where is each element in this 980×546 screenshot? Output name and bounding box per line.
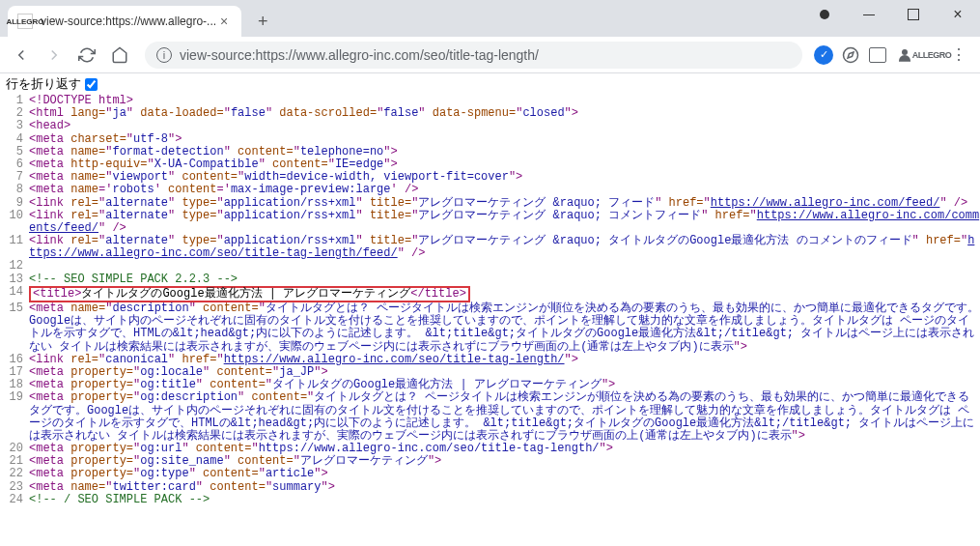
maximize-button[interactable] bbox=[891, 0, 936, 29]
forward-button[interactable] bbox=[41, 42, 68, 69]
svg-marker-1 bbox=[848, 52, 854, 58]
line-code: <link rel="alternate" type="application/… bbox=[29, 235, 980, 260]
line-wrap-label: 行を折り返す bbox=[6, 75, 81, 93]
line-code: <!-- SEO SIMPLE PACK 2.2.3 --> bbox=[29, 273, 980, 286]
line-wrap-control: 行を折り返す bbox=[0, 73, 980, 95]
highlighted-title-tag: <title>タイトルタグのGoogle最適化方法 | アレグロマーケティング<… bbox=[29, 286, 470, 302]
line-number: 3 bbox=[0, 120, 29, 132]
line-number: 23 bbox=[0, 481, 29, 494]
line-number: 11 bbox=[0, 235, 29, 260]
reload-button[interactable] bbox=[73, 42, 100, 69]
new-tab-button[interactable]: + bbox=[249, 8, 276, 35]
close-window-button[interactable]: × bbox=[936, 0, 980, 29]
source-line: 13<!-- SEO SIMPLE PACK 2.2.3 --> bbox=[0, 273, 980, 286]
source-line: 11<link rel="alternate" type="applicatio… bbox=[0, 235, 980, 260]
line-number: 1 bbox=[0, 95, 29, 107]
line-number: 14 bbox=[0, 286, 29, 302]
back-button[interactable] bbox=[8, 42, 35, 69]
svg-point-2 bbox=[902, 49, 908, 55]
line-number: 24 bbox=[0, 494, 29, 506]
toolbar: i view-source:https://www.allegro-inc.co… bbox=[0, 37, 980, 73]
line-wrap-checkbox[interactable] bbox=[85, 78, 98, 91]
line-number: 2 bbox=[0, 107, 29, 120]
source-code: 1<!DOCTYPE html>2<html lang="ja" data-lo… bbox=[0, 95, 980, 506]
line-number: 16 bbox=[0, 354, 29, 366]
line-code: <meta name="description" content="タイトルタグ… bbox=[29, 302, 980, 354]
line-number: 10 bbox=[0, 210, 29, 235]
favicon: ALLEGRO bbox=[17, 14, 33, 29]
source-line: 15<meta name="description" content="タイトル… bbox=[0, 302, 980, 354]
site-info-icon[interactable]: i bbox=[156, 47, 172, 63]
extension-check-icon[interactable] bbox=[814, 45, 833, 65]
source-line: 19<meta property="og:description" conten… bbox=[0, 391, 980, 443]
account-icon[interactable] bbox=[802, 0, 847, 29]
line-number: 7 bbox=[0, 171, 29, 184]
minimize-button[interactable] bbox=[847, 0, 891, 29]
browser-menu-icon[interactable]: ⋮ bbox=[949, 45, 968, 65]
line-number: 4 bbox=[0, 133, 29, 146]
url-text: view-source:https://www.allegro-inc.com/… bbox=[180, 47, 539, 63]
window-controls: × bbox=[802, 0, 980, 29]
browser-tab[interactable]: ALLEGRO view-source:https://www.allegro-… bbox=[8, 6, 241, 37]
line-code: <!-- / SEO SIMPLE PACK --> bbox=[29, 494, 980, 506]
extension-allegro-icon[interactable]: ALLEGRO bbox=[922, 45, 941, 65]
source-line: 14<title>タイトルタグのGoogle最適化方法 | アレグロマーケティン… bbox=[0, 286, 980, 302]
line-number: 9 bbox=[0, 197, 29, 210]
source-line: 10<link rel="alternate" type="applicatio… bbox=[0, 210, 980, 235]
source-link[interactable]: https://www.allegro-inc.com/feed/ bbox=[711, 196, 940, 210]
url-bar[interactable]: i view-source:https://www.allegro-inc.co… bbox=[145, 42, 802, 69]
line-number: 12 bbox=[0, 260, 29, 273]
tab-title: view-source:https://www.allegro-... bbox=[41, 14, 216, 28]
source-link[interactable]: https://www.allegro-inc.com/seo/title-ta… bbox=[224, 353, 565, 366]
svg-point-0 bbox=[844, 47, 858, 62]
line-number: 8 bbox=[0, 184, 29, 196]
line-code: <link rel="alternate" type="application/… bbox=[29, 210, 980, 235]
extension-compass-icon[interactable] bbox=[841, 45, 860, 65]
line-code: <html lang="ja" data-loaded="false" data… bbox=[29, 107, 980, 120]
line-number: 22 bbox=[0, 468, 29, 480]
line-number: 15 bbox=[0, 302, 29, 354]
extension-calendar-icon[interactable] bbox=[868, 45, 887, 65]
tab-close-icon[interactable]: × bbox=[216, 14, 232, 29]
line-code: <title>タイトルタグのGoogle最適化方法 | アレグロマーケティング<… bbox=[29, 286, 980, 302]
home-button[interactable] bbox=[106, 42, 133, 69]
line-number: 19 bbox=[0, 391, 29, 443]
source-line: 2<html lang="ja" data-loaded="false" dat… bbox=[0, 107, 980, 120]
title-bar: ALLEGRO view-source:https://www.allegro-… bbox=[0, 0, 980, 37]
line-number: 6 bbox=[0, 158, 29, 171]
line-code: <meta property="og:description" content=… bbox=[29, 391, 980, 443]
line-number: 13 bbox=[0, 273, 29, 286]
source-line: 24<!-- / SEO SIMPLE PACK --> bbox=[0, 494, 980, 506]
extension-icons: ALLEGRO ⋮ bbox=[814, 45, 968, 65]
line-number: 5 bbox=[0, 146, 29, 158]
